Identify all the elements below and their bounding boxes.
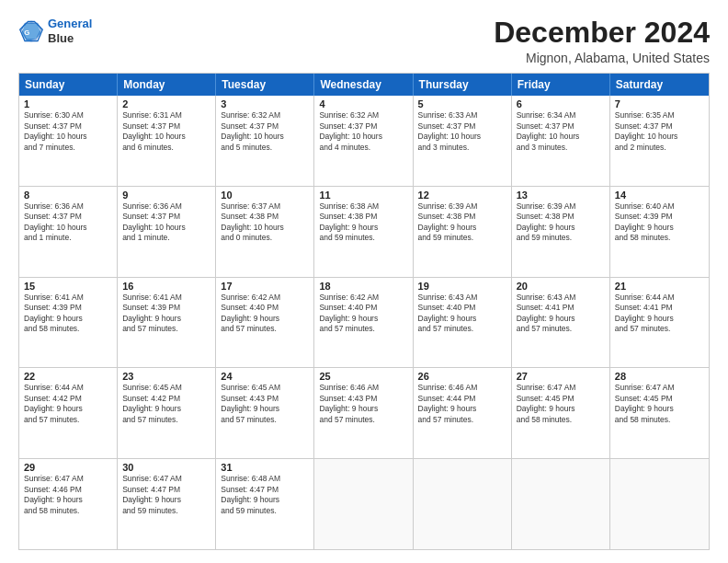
calendar-row-4: 22Sunrise: 6:44 AMSunset: 4:42 PMDayligh… — [19, 367, 709, 458]
day-number: 13 — [517, 190, 605, 201]
cell-details: Sunrise: 6:46 AMSunset: 4:44 PMDaylight:… — [418, 383, 506, 425]
cell-details: Sunrise: 6:36 AMSunset: 4:37 PMDaylight:… — [24, 201, 112, 244]
cell-details: Sunrise: 6:47 AMSunset: 4:47 PMDaylight:… — [122, 474, 210, 516]
cell-details: Sunrise: 6:31 AMSunset: 4:37 PMDaylight:… — [122, 110, 210, 153]
day-number: 19 — [418, 281, 506, 292]
cell-details: Sunrise: 6:40 AMSunset: 4:39 PMDaylight:… — [615, 201, 704, 244]
cell-details: Sunrise: 6:43 AMSunset: 4:41 PMDaylight:… — [517, 293, 605, 335]
cell-details: Sunrise: 6:30 AMSunset: 4:37 PMDaylight:… — [24, 110, 112, 153]
subtitle: Mignon, Alabama, United States — [494, 51, 710, 65]
day-number: 21 — [615, 281, 704, 292]
header-day-wednesday: Wednesday — [314, 74, 413, 96]
cell-details: Sunrise: 6:41 AMSunset: 4:39 PMDaylight:… — [24, 293, 112, 335]
day-number: 11 — [319, 190, 407, 201]
day-number: 28 — [615, 371, 704, 382]
calendar-body: 1Sunrise: 6:30 AMSunset: 4:37 PMDaylight… — [19, 96, 709, 549]
cell-details: Sunrise: 6:46 AMSunset: 4:43 PMDaylight:… — [319, 383, 407, 425]
day-number: 1 — [24, 98, 112, 109]
calendar: SundayMondayTuesdayWednesdayThursdayFrid… — [18, 73, 710, 550]
day-number: 29 — [24, 462, 112, 473]
calendar-cell: 16Sunrise: 6:41 AMSunset: 4:39 PMDayligh… — [118, 278, 216, 368]
calendar-cell: 10Sunrise: 6:37 AMSunset: 4:38 PMDayligh… — [216, 187, 314, 277]
cell-details: Sunrise: 6:32 AMSunset: 4:37 PMDaylight:… — [319, 110, 407, 153]
cell-details: Sunrise: 6:44 AMSunset: 4:41 PMDaylight:… — [615, 293, 704, 335]
day-number: 3 — [221, 98, 309, 109]
cell-details: Sunrise: 6:32 AMSunset: 4:37 PMDaylight:… — [221, 110, 309, 153]
calendar-cell: 23Sunrise: 6:45 AMSunset: 4:42 PMDayligh… — [118, 368, 216, 458]
cell-details: Sunrise: 6:44 AMSunset: 4:42 PMDaylight:… — [24, 383, 112, 425]
cell-details: Sunrise: 6:43 AMSunset: 4:40 PMDaylight:… — [418, 293, 506, 335]
cell-details: Sunrise: 6:47 AMSunset: 4:45 PMDaylight:… — [615, 383, 704, 425]
calendar-cell: 17Sunrise: 6:42 AMSunset: 4:40 PMDayligh… — [216, 278, 314, 368]
cell-details: Sunrise: 6:42 AMSunset: 4:40 PMDaylight:… — [319, 293, 407, 335]
day-number: 10 — [221, 190, 309, 201]
calendar-cell: 12Sunrise: 6:39 AMSunset: 4:38 PMDayligh… — [414, 187, 512, 277]
calendar-cell: 21Sunrise: 6:44 AMSunset: 4:41 PMDayligh… — [610, 278, 709, 368]
day-number: 25 — [319, 371, 407, 382]
cell-details: Sunrise: 6:33 AMSunset: 4:37 PMDaylight:… — [418, 110, 506, 153]
cell-details: Sunrise: 6:37 AMSunset: 4:38 PMDaylight:… — [221, 201, 309, 244]
calendar-cell: 28Sunrise: 6:47 AMSunset: 4:45 PMDayligh… — [610, 368, 709, 458]
cell-details: Sunrise: 6:45 AMSunset: 4:42 PMDaylight:… — [122, 383, 210, 425]
cell-details: Sunrise: 6:36 AMSunset: 4:37 PMDaylight:… — [122, 201, 210, 244]
calendar-cell: 31Sunrise: 6:48 AMSunset: 4:47 PMDayligh… — [216, 459, 314, 549]
header-day-sunday: Sunday — [19, 74, 118, 96]
calendar-cell — [314, 459, 413, 549]
header-day-friday: Friday — [512, 74, 610, 96]
day-number: 22 — [24, 371, 112, 382]
main-title: December 2024 — [494, 17, 710, 49]
day-number: 8 — [24, 190, 112, 201]
day-number: 15 — [24, 281, 112, 292]
calendar-cell: 18Sunrise: 6:42 AMSunset: 4:40 PMDayligh… — [314, 278, 413, 368]
page: G General Blue December 2024 Mignon, Ala… — [0, 0, 728, 563]
calendar-cell: 8Sunrise: 6:36 AMSunset: 4:37 PMDaylight… — [19, 187, 118, 277]
calendar-cell: 7Sunrise: 6:35 AMSunset: 4:37 PMDaylight… — [610, 96, 709, 186]
calendar-row-1: 1Sunrise: 6:30 AMSunset: 4:37 PMDaylight… — [19, 96, 709, 186]
day-number: 23 — [122, 371, 210, 382]
calendar-row-3: 15Sunrise: 6:41 AMSunset: 4:39 PMDayligh… — [19, 277, 709, 368]
day-number: 12 — [418, 190, 506, 201]
calendar-cell: 1Sunrise: 6:30 AMSunset: 4:37 PMDaylight… — [19, 96, 118, 186]
cell-details: Sunrise: 6:39 AMSunset: 4:38 PMDaylight:… — [418, 201, 506, 244]
calendar-cell: 6Sunrise: 6:34 AMSunset: 4:37 PMDaylight… — [512, 96, 610, 186]
cell-details: Sunrise: 6:48 AMSunset: 4:47 PMDaylight:… — [221, 474, 309, 516]
header-day-tuesday: Tuesday — [216, 74, 314, 96]
calendar-cell: 25Sunrise: 6:46 AMSunset: 4:43 PMDayligh… — [314, 368, 413, 458]
calendar-header: SundayMondayTuesdayWednesdayThursdayFrid… — [19, 74, 709, 96]
calendar-cell — [414, 459, 512, 549]
cell-details: Sunrise: 6:42 AMSunset: 4:40 PMDaylight:… — [221, 293, 309, 335]
calendar-cell: 29Sunrise: 6:47 AMSunset: 4:46 PMDayligh… — [19, 459, 118, 549]
logo-text-general: General — [48, 17, 92, 31]
calendar-cell: 20Sunrise: 6:43 AMSunset: 4:41 PMDayligh… — [512, 278, 610, 368]
logo-icon: G — [18, 18, 44, 44]
logo: G General Blue — [18, 17, 92, 45]
day-number: 30 — [122, 462, 210, 473]
cell-details: Sunrise: 6:41 AMSunset: 4:39 PMDaylight:… — [122, 293, 210, 335]
header: G General Blue December 2024 Mignon, Ala… — [18, 17, 710, 65]
day-number: 24 — [221, 371, 309, 382]
calendar-cell: 14Sunrise: 6:40 AMSunset: 4:39 PMDayligh… — [610, 187, 709, 277]
logo-text-blue: Blue — [48, 31, 92, 46]
day-number: 14 — [615, 190, 704, 201]
calendar-cell: 3Sunrise: 6:32 AMSunset: 4:37 PMDaylight… — [216, 96, 314, 186]
calendar-cell: 11Sunrise: 6:38 AMSunset: 4:38 PMDayligh… — [314, 187, 413, 277]
calendar-cell: 24Sunrise: 6:45 AMSunset: 4:43 PMDayligh… — [216, 368, 314, 458]
day-number: 18 — [319, 281, 407, 292]
cell-details: Sunrise: 6:35 AMSunset: 4:37 PMDaylight:… — [615, 110, 704, 153]
calendar-cell: 2Sunrise: 6:31 AMSunset: 4:37 PMDaylight… — [118, 96, 216, 186]
day-number: 16 — [122, 281, 210, 292]
svg-text:G: G — [24, 28, 29, 36]
calendar-cell: 26Sunrise: 6:46 AMSunset: 4:44 PMDayligh… — [414, 368, 512, 458]
header-day-saturday: Saturday — [610, 74, 709, 96]
day-number: 9 — [122, 190, 210, 201]
title-block: December 2024 Mignon, Alabama, United St… — [494, 17, 710, 65]
header-day-thursday: Thursday — [414, 74, 512, 96]
cell-details: Sunrise: 6:47 AMSunset: 4:45 PMDaylight:… — [517, 383, 605, 425]
calendar-row-5: 29Sunrise: 6:47 AMSunset: 4:46 PMDayligh… — [19, 458, 709, 549]
header-day-monday: Monday — [118, 74, 216, 96]
day-number: 17 — [221, 281, 309, 292]
cell-details: Sunrise: 6:45 AMSunset: 4:43 PMDaylight:… — [221, 383, 309, 425]
cell-details: Sunrise: 6:47 AMSunset: 4:46 PMDaylight:… — [24, 474, 112, 516]
cell-details: Sunrise: 6:39 AMSunset: 4:38 PMDaylight:… — [517, 201, 605, 244]
cell-details: Sunrise: 6:38 AMSunset: 4:38 PMDaylight:… — [319, 201, 407, 244]
